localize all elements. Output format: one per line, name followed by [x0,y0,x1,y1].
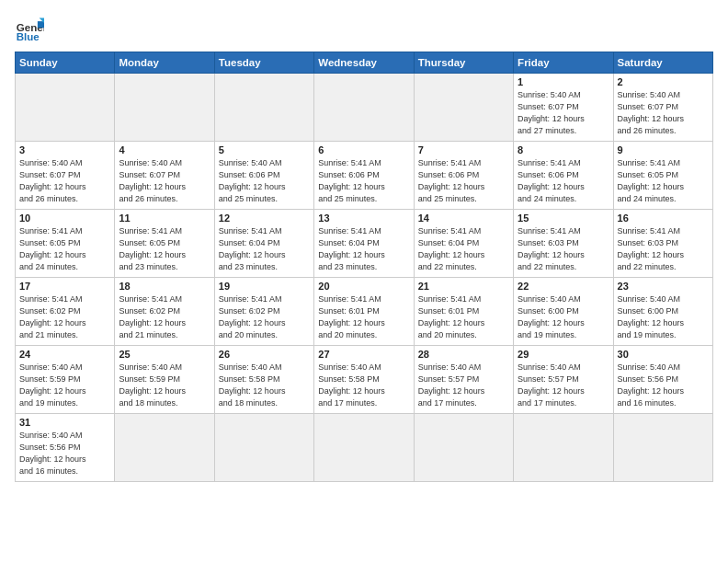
day-info: Sunrise: 5:40 AM Sunset: 6:07 PM Dayligh… [19,157,110,205]
day-cell [115,74,214,142]
day-cell: 13Sunrise: 5:41 AM Sunset: 6:04 PM Dayli… [314,210,414,278]
col-header-monday: Monday [115,52,214,74]
day-number: 19 [219,281,310,292]
day-info: Sunrise: 5:40 AM Sunset: 6:07 PM Dayligh… [119,157,210,205]
day-info: Sunrise: 5:41 AM Sunset: 6:04 PM Dayligh… [418,225,509,273]
day-number: 4 [119,144,210,155]
day-number: 14 [418,213,509,224]
day-info: Sunrise: 5:41 AM Sunset: 6:06 PM Dayligh… [518,157,609,205]
col-header-tuesday: Tuesday [214,52,313,74]
logo: General Blue [15,15,44,44]
day-cell: 7Sunrise: 5:41 AM Sunset: 6:06 PM Daylig… [414,142,513,210]
day-cell: 25Sunrise: 5:40 AM Sunset: 5:59 PM Dayli… [115,346,214,414]
day-number: 31 [19,417,110,428]
day-info: Sunrise: 5:40 AM Sunset: 5:57 PM Dayligh… [418,362,509,409]
day-cell: 9Sunrise: 5:41 AM Sunset: 6:05 PM Daylig… [613,142,712,210]
day-number: 29 [518,349,609,360]
day-number: 20 [318,281,409,292]
day-number: 5 [219,144,310,155]
col-header-friday: Friday [514,52,613,74]
day-cell [414,414,513,482]
day-info: Sunrise: 5:41 AM Sunset: 6:02 PM Dayligh… [19,293,110,341]
day-number: 18 [119,281,210,292]
day-cell: 5Sunrise: 5:40 AM Sunset: 6:06 PM Daylig… [214,142,313,210]
day-number: 11 [119,213,210,224]
day-info: Sunrise: 5:40 AM Sunset: 6:07 PM Dayligh… [518,89,609,137]
day-number: 1 [518,76,609,87]
svg-text:Blue: Blue [17,31,40,42]
day-cell: 26Sunrise: 5:40 AM Sunset: 5:58 PM Dayli… [214,346,313,414]
day-cell: 2Sunrise: 5:40 AM Sunset: 6:07 PM Daylig… [613,74,712,142]
day-number: 28 [418,349,509,360]
week-row-3: 17Sunrise: 5:41 AM Sunset: 6:02 PM Dayli… [16,278,713,346]
day-info: Sunrise: 5:41 AM Sunset: 6:05 PM Dayligh… [119,225,210,273]
day-info: Sunrise: 5:41 AM Sunset: 6:01 PM Dayligh… [318,293,409,341]
day-number: 12 [219,213,310,224]
day-number: 30 [618,349,709,360]
calendar-table: SundayMondayTuesdayWednesdayThursdayFrid… [15,52,713,482]
day-cell [314,74,414,142]
day-cell: 23Sunrise: 5:40 AM Sunset: 6:00 PM Dayli… [613,278,712,346]
day-number: 15 [518,213,609,224]
day-number: 27 [318,349,409,360]
day-info: Sunrise: 5:40 AM Sunset: 6:06 PM Dayligh… [219,157,310,205]
day-info: Sunrise: 5:41 AM Sunset: 6:06 PM Dayligh… [418,157,509,205]
day-cell [514,414,613,482]
week-row-5: 31Sunrise: 5:40 AM Sunset: 5:56 PM Dayli… [16,414,713,482]
day-number: 9 [618,144,709,155]
day-number: 22 [518,281,609,292]
day-cell: 29Sunrise: 5:40 AM Sunset: 5:57 PM Dayli… [514,346,613,414]
col-header-saturday: Saturday [613,52,712,74]
day-number: 8 [518,144,609,155]
day-cell [214,414,313,482]
day-cell: 10Sunrise: 5:41 AM Sunset: 6:05 PM Dayli… [16,210,115,278]
logo-icon: General Blue [15,15,44,44]
day-info: Sunrise: 5:40 AM Sunset: 6:00 PM Dayligh… [618,293,709,341]
day-number: 10 [19,213,110,224]
svg-marker-2 [38,21,44,28]
day-cell [613,414,712,482]
day-info: Sunrise: 5:40 AM Sunset: 5:58 PM Dayligh… [318,362,409,409]
day-cell [115,414,214,482]
day-info: Sunrise: 5:40 AM Sunset: 5:56 PM Dayligh… [19,430,110,477]
day-number: 23 [618,281,709,292]
day-cell: 20Sunrise: 5:41 AM Sunset: 6:01 PM Dayli… [314,278,414,346]
day-cell [314,414,414,482]
day-info: Sunrise: 5:41 AM Sunset: 6:05 PM Dayligh… [19,225,110,273]
day-cell: 21Sunrise: 5:41 AM Sunset: 6:01 PM Dayli… [414,278,513,346]
day-info: Sunrise: 5:41 AM Sunset: 6:04 PM Dayligh… [219,225,310,273]
day-number: 24 [19,349,110,360]
day-info: Sunrise: 5:41 AM Sunset: 6:03 PM Dayligh… [518,225,609,273]
day-number: 6 [318,144,409,155]
day-number: 25 [119,349,210,360]
day-cell: 4Sunrise: 5:40 AM Sunset: 6:07 PM Daylig… [115,142,214,210]
day-cell: 15Sunrise: 5:41 AM Sunset: 6:03 PM Dayli… [514,210,613,278]
week-row-4: 24Sunrise: 5:40 AM Sunset: 5:59 PM Dayli… [16,346,713,414]
day-cell: 3Sunrise: 5:40 AM Sunset: 6:07 PM Daylig… [16,142,115,210]
day-number: 26 [219,349,310,360]
day-info: Sunrise: 5:40 AM Sunset: 6:07 PM Dayligh… [618,89,709,137]
day-cell: 24Sunrise: 5:40 AM Sunset: 5:59 PM Dayli… [16,346,115,414]
day-info: Sunrise: 5:40 AM Sunset: 6:00 PM Dayligh… [518,293,609,341]
day-number: 2 [618,76,709,87]
day-cell: 17Sunrise: 5:41 AM Sunset: 6:02 PM Dayli… [16,278,115,346]
col-header-sunday: Sunday [16,52,115,74]
calendar-page: General Blue SundayMondayTuesdayWednesda… [0,0,728,491]
day-cell: 8Sunrise: 5:41 AM Sunset: 6:06 PM Daylig… [514,142,613,210]
day-number: 16 [618,213,709,224]
day-cell [16,74,115,142]
header: General Blue [15,15,713,44]
day-number: 17 [19,281,110,292]
day-cell [414,74,513,142]
day-info: Sunrise: 5:41 AM Sunset: 6:03 PM Dayligh… [618,225,709,273]
week-row-0: 1Sunrise: 5:40 AM Sunset: 6:07 PM Daylig… [16,74,713,142]
day-cell: 11Sunrise: 5:41 AM Sunset: 6:05 PM Dayli… [115,210,214,278]
day-info: Sunrise: 5:41 AM Sunset: 6:01 PM Dayligh… [418,293,509,341]
day-info: Sunrise: 5:40 AM Sunset: 5:59 PM Dayligh… [19,362,110,409]
day-cell: 14Sunrise: 5:41 AM Sunset: 6:04 PM Dayli… [414,210,513,278]
day-number: 3 [19,144,110,155]
day-info: Sunrise: 5:40 AM Sunset: 5:56 PM Dayligh… [618,362,709,409]
day-cell: 27Sunrise: 5:40 AM Sunset: 5:58 PM Dayli… [314,346,414,414]
day-cell: 30Sunrise: 5:40 AM Sunset: 5:56 PM Dayli… [613,346,712,414]
day-info: Sunrise: 5:41 AM Sunset: 6:02 PM Dayligh… [119,293,210,341]
